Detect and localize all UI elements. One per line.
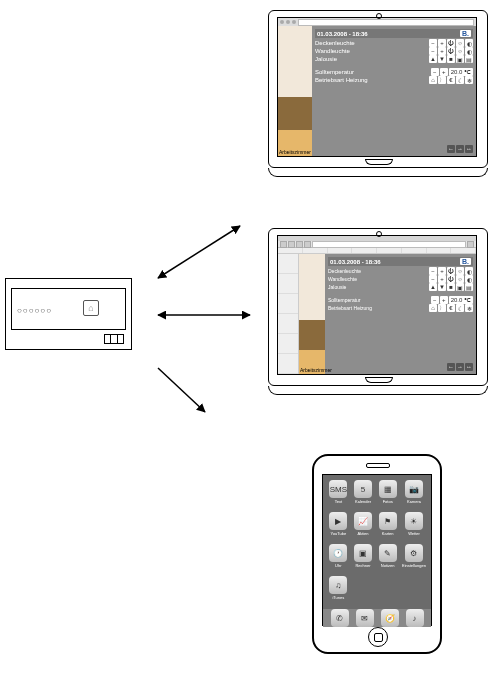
- nav-button[interactable]: ↔: [465, 363, 473, 371]
- dock-app-icon[interactable]: ♪: [406, 609, 424, 627]
- control-button[interactable]: ☾: [456, 304, 464, 312]
- nav-button[interactable]: ↔: [465, 145, 473, 153]
- control-app: Arbeitszimmer 01.03.2008 - 18:36 B. Deck…: [278, 18, 476, 156]
- row-label: Betriebsart Heizung: [315, 77, 427, 83]
- webcam-icon: [376, 231, 382, 237]
- app-icon[interactable]: ▦Fotos: [377, 480, 398, 508]
- control-button[interactable]: +: [438, 275, 446, 283]
- control-button[interactable]: −: [429, 39, 437, 47]
- control-button[interactable]: −: [431, 68, 439, 76]
- control-button[interactable]: +: [438, 267, 446, 275]
- nav-button[interactable]: ←: [447, 145, 455, 153]
- app-icon[interactable]: 📈Aktien: [353, 512, 374, 540]
- app-icon[interactable]: ▶YouTube: [328, 512, 349, 540]
- window-titlebar: [278, 18, 476, 26]
- nav-button[interactable]: →: [456, 363, 464, 371]
- app-icon[interactable]: ♫iTunes: [328, 576, 349, 604]
- nav-button[interactable]: →: [456, 145, 464, 153]
- status-leds: ○○○○○○: [17, 306, 52, 315]
- control-button[interactable]: +: [438, 47, 446, 55]
- app-icon[interactable]: SMSText: [328, 480, 349, 508]
- home-button[interactable]: [368, 627, 388, 647]
- control-button[interactable]: ☾: [456, 76, 464, 84]
- control-button[interactable]: €: [447, 304, 455, 312]
- control-button[interactable]: ◐: [465, 39, 473, 47]
- app-icon[interactable]: 📷Kamera: [402, 480, 426, 508]
- web-browser: Arbeitszimmer 01.03.2008 - 18:36 B. Deck…: [278, 236, 476, 374]
- address-bar[interactable]: [298, 19, 474, 26]
- arrow-to-laptop-1: [150, 218, 250, 289]
- dock-app-icon[interactable]: ✉: [356, 609, 374, 627]
- control-button[interactable]: −: [429, 275, 437, 283]
- control-button[interactable]: ■: [447, 283, 455, 291]
- control-button[interactable]: ◐: [465, 47, 473, 55]
- app-icon[interactable]: ☀Wetter: [402, 512, 426, 540]
- app-icon[interactable]: ⚙Einstellungen: [402, 544, 426, 572]
- control-row: Jalousie▲▼■▣▤: [315, 55, 473, 63]
- control-button[interactable]: −: [429, 267, 437, 275]
- nav-buttons: ←→↔: [328, 363, 473, 371]
- url-field[interactable]: [312, 241, 466, 248]
- control-row: Solltemperatur−+20.0 ℃: [328, 296, 473, 304]
- control-button[interactable]: ☼: [456, 267, 464, 275]
- temperature-value: 20.0 ℃: [449, 296, 473, 304]
- control-button[interactable]: ⏻: [447, 267, 455, 275]
- control-button[interactable]: ■: [447, 55, 455, 63]
- control-button[interactable]: €: [447, 76, 455, 84]
- app-icon[interactable]: ✎Notizen: [377, 544, 398, 572]
- control-button[interactable]: ▣: [456, 55, 464, 63]
- control-button[interactable]: ▣: [456, 283, 464, 291]
- control-button[interactable]: ❄: [465, 304, 473, 312]
- control-button[interactable]: ☼: [456, 39, 464, 47]
- app-grid: SMSText5Kalender▦Fotos📷Kamera▶YouTube📈Ak…: [323, 475, 431, 609]
- control-button[interactable]: ▤: [465, 283, 473, 291]
- control-button[interactable]: +: [438, 39, 446, 47]
- control-row: Betriebsart Heizung⌂〉€☾❄: [315, 76, 473, 84]
- control-button[interactable]: ☼: [456, 47, 464, 55]
- control-button[interactable]: ▲: [429, 283, 437, 291]
- control-button[interactable]: ⏻: [447, 47, 455, 55]
- control-button[interactable]: ❄: [465, 76, 473, 84]
- controller-module: ○○○○○○ ⌂: [5, 278, 130, 348]
- control-button[interactable]: ◐: [465, 275, 473, 283]
- app-icon[interactable]: 5Kalender: [353, 480, 374, 508]
- control-row: Solltemperatur−+20.0 ℃: [315, 68, 473, 76]
- row-label: Deckenleuchte: [315, 40, 427, 46]
- temperature-value: 20.0 ℃: [449, 68, 473, 76]
- svg-line-2: [158, 368, 205, 412]
- control-button[interactable]: 〉: [438, 304, 446, 312]
- control-button[interactable]: ▲: [429, 55, 437, 63]
- control-button[interactable]: ⌂: [429, 304, 437, 312]
- app-icon[interactable]: ⚑Karten: [377, 512, 398, 540]
- control-button[interactable]: ☼: [456, 275, 464, 283]
- control-button[interactable]: −: [429, 47, 437, 55]
- control-button[interactable]: ▼: [438, 55, 446, 63]
- control-row: Jalousie▲▼■▣▤: [328, 283, 473, 291]
- dock-app-icon[interactable]: ✆: [331, 609, 349, 627]
- control-button[interactable]: 〉: [438, 76, 446, 84]
- row-label: Jalousie: [328, 284, 427, 290]
- nav-button[interactable]: ←: [447, 363, 455, 371]
- app-icon[interactable]: ▣Rechner: [353, 544, 374, 572]
- control-button[interactable]: ⏻: [447, 39, 455, 47]
- room-thumbnail: Arbeitszimmer: [299, 254, 325, 374]
- control-button[interactable]: −: [431, 296, 439, 304]
- dock-app-icon[interactable]: 🧭: [381, 609, 399, 627]
- control-row: Deckenleuchte−+⏻☼◐: [328, 267, 473, 275]
- arrow-to-laptop-2: [150, 305, 260, 326]
- app-icon[interactable]: 🕐Uhr: [328, 544, 349, 572]
- app-icon: [377, 576, 398, 604]
- control-row: Wandleuchte−+⏻☼◐: [315, 47, 473, 55]
- laptop-1: Arbeitszimmer 01.03.2008 - 18:36 B. Deck…: [268, 10, 488, 177]
- control-button[interactable]: ▼: [438, 283, 446, 291]
- control-button[interactable]: ▤: [465, 55, 473, 63]
- control-panel: 01.03.2008 - 18:36 B. Deckenleuchte−+⏻☼◐…: [312, 26, 476, 156]
- brand-logo: B.: [460, 258, 471, 265]
- room-thumbnail: Arbeitszimmer: [278, 26, 312, 156]
- control-button[interactable]: ◐: [465, 267, 473, 275]
- home-icon: ⌂: [83, 300, 99, 316]
- row-label: Betriebsart Heizung: [328, 305, 427, 311]
- phone-dock: ✆✉🧭♪: [323, 609, 431, 627]
- control-button[interactable]: ⏻: [447, 275, 455, 283]
- control-button[interactable]: ⌂: [429, 76, 437, 84]
